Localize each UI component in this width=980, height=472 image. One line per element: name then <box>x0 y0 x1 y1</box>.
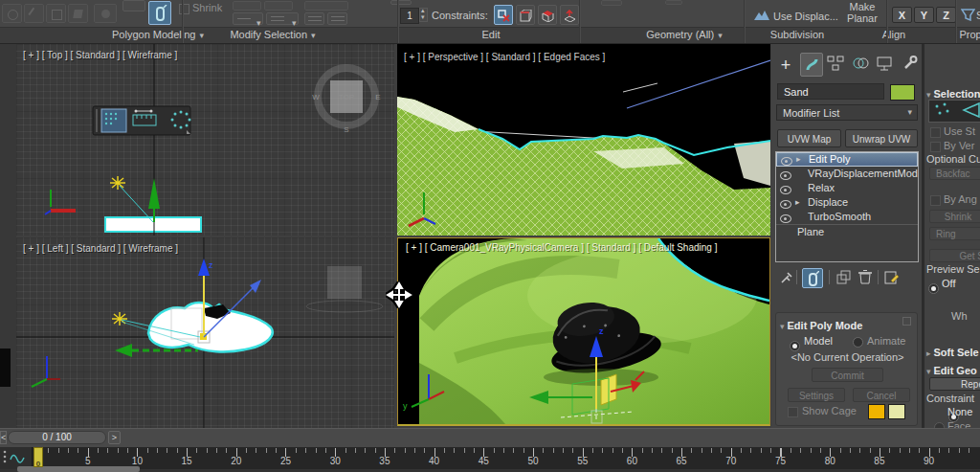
viewport-camera[interactable]: z y [ + ] [ Camera001_VRayPhysicalCamera… <box>397 237 770 426</box>
loop-button[interactable] <box>233 12 263 25</box>
frame-marker[interactable]: 0 <box>33 447 43 467</box>
expand-arrow-icon[interactable] <box>795 194 800 210</box>
utilities-tab-icon[interactable] <box>902 55 921 76</box>
commit-button[interactable]: Commit <box>812 368 883 382</box>
by-angle-checkbox[interactable] <box>930 195 941 206</box>
animate-radio[interactable] <box>853 337 863 348</box>
vertex-mode-button[interactable] <box>2 4 22 23</box>
toolbar-button[interactable] <box>304 1 348 11</box>
constraint-edge-button[interactable] <box>516 5 535 25</box>
visibility-eye-icon[interactable] <box>781 157 792 166</box>
iterations-spinner[interactable]: 1 <box>400 8 419 24</box>
tab-subdivision[interactable]: Subdivision <box>770 29 824 40</box>
properties-label[interactable]: S <box>976 10 980 21</box>
model-label[interactable]: Model <box>804 335 833 347</box>
viewport-left-label[interactable]: [ + ] [ Left ] [ Standard ] [ Wireframe … <box>23 243 178 254</box>
edit-poly-mode-header[interactable]: Edit Poly Mode <box>780 316 862 333</box>
configure-modifier-sets-icon[interactable] <box>884 270 901 285</box>
prev-frame-button[interactable]: < <box>0 431 7 444</box>
toolbar-button[interactable] <box>665 0 682 5</box>
viewcube-letter-s[interactable]: S <box>344 125 348 134</box>
constraint-face-button[interactable] <box>538 5 557 25</box>
use-displacement-label[interactable]: Use Displac... <box>773 11 838 22</box>
hierarchy-tab-icon[interactable] <box>827 55 848 76</box>
cage-color-swatch-2[interactable] <box>888 404 905 419</box>
viewport-perspective[interactable]: [ + ] [ Perspective ] [ Standard ] [ Edg… <box>397 44 770 236</box>
toolbar-button[interactable] <box>122 0 145 11</box>
left-strip-handle[interactable] <box>0 348 11 387</box>
constraint-normal-button[interactable] <box>560 5 579 25</box>
visibility-eye-icon[interactable] <box>780 214 791 223</box>
modifier-list-dropdown[interactable]: Modifier List ▾ <box>776 104 918 121</box>
visibility-eye-icon[interactable] <box>780 186 791 194</box>
trackbar[interactable]: 051015202530354045505560657075808590 0 <box>0 447 980 469</box>
align-y-button[interactable]: Y <box>914 7 934 23</box>
tab-polygon-modeling[interactable]: Polygon Modeling <box>112 29 204 40</box>
modify-tab-icon[interactable] <box>800 53 823 77</box>
visibility-eye-icon[interactable] <box>780 171 791 180</box>
use-stack-checkbox[interactable] <box>930 127 941 138</box>
show-end-result-button[interactable] <box>802 268 823 288</box>
cage-color-swatch-1[interactable] <box>868 404 885 419</box>
unwrap-uvw-button[interactable]: Unwrap UVW <box>845 129 918 147</box>
toolbar-button[interactable] <box>601 0 622 6</box>
toolbar-button[interactable] <box>327 12 347 25</box>
viewport-left[interactable]: z [ + ] [ Left ] [ Standard ] [ Wirefram… <box>16 237 394 428</box>
stack-item-displace[interactable]: Displace <box>776 195 918 210</box>
cancel-button[interactable]: Cancel <box>853 388 910 402</box>
object-name-field[interactable]: Sand <box>777 83 884 100</box>
time-slider[interactable]: 0 / 100 <box>8 431 106 444</box>
make-unique-icon[interactable] <box>836 270 852 285</box>
viewport-camera-label[interactable]: [ + ] [ Camera001_VRayPhysicalCamera ] [… <box>406 242 717 253</box>
toolbar-button[interactable] <box>264 1 293 11</box>
edge-mode-button[interactable] <box>24 4 44 23</box>
stack-item-relax[interactable]: Relax <box>776 181 918 195</box>
constraint-none-button[interactable] <box>494 5 513 25</box>
backfacing-button[interactable]: Backfac <box>929 167 980 180</box>
tab-modify-selection[interactable]: Modify Selection <box>230 29 315 40</box>
ring-button[interactable] <box>266 12 299 25</box>
uvw-map-button[interactable]: UVW Map <box>777 129 841 147</box>
by-vertex-checkbox[interactable] <box>930 142 941 152</box>
make-planar-button[interactable]: Make Planar <box>840 1 884 24</box>
settings-button[interactable]: Settings <box>788 388 845 402</box>
stack-item-edit-poly[interactable]: Edit Poly <box>776 152 918 167</box>
model-radio[interactable] <box>790 341 800 351</box>
align-z-button[interactable]: Z <box>936 7 956 23</box>
stack-item-turbosmooth[interactable]: TurboSmooth <box>776 210 918 224</box>
element-mode-button[interactable] <box>94 4 117 23</box>
ring-button[interactable]: Ring <box>929 227 980 240</box>
toolbar-button[interactable] <box>304 12 324 25</box>
remove-modifier-icon[interactable] <box>858 269 873 285</box>
expand-arrow-icon[interactable] <box>796 152 801 166</box>
create-tab-icon[interactable]: + <box>775 55 796 76</box>
animate-label[interactable]: Animate <box>867 335 905 347</box>
viewport-top-label[interactable]: [ + ] [ Top ] [ Standard ] [ Wireframe ] <box>23 50 177 60</box>
soft-selection-rollout-header[interactable]: Soft Sele <box>926 343 979 360</box>
spinner-arrows[interactable]: ▴ ▾ <box>419 8 428 22</box>
get-stack-selection-button[interactable]: Get S <box>929 249 980 262</box>
tab-properties[interactable]: Prop <box>959 29 980 40</box>
tab-edit[interactable]: Edit <box>482 29 501 40</box>
tab-geometry-all[interactable]: Geometry (All) <box>646 29 722 40</box>
toolbar-button[interactable] <box>390 0 412 5</box>
visibility-eye-icon[interactable] <box>780 200 791 209</box>
viewcube-face-label[interactable]: TOP <box>339 93 354 101</box>
motion-tab-icon[interactable] <box>852 55 873 76</box>
stack-item-plane[interactable]: Plane <box>776 224 918 239</box>
object-color-swatch[interactable] <box>890 84 915 101</box>
align-x-button[interactable]: X <box>892 7 912 23</box>
border-mode-button[interactable] <box>46 4 66 23</box>
toolbar-button[interactable] <box>233 1 261 11</box>
preview-off-radio[interactable] <box>928 283 939 294</box>
rollout-pin-icon[interactable] <box>902 317 911 326</box>
viewport-top[interactable]: E W S TOP [ + ] [ Top ] [ Standard ] [ W… <box>16 44 394 236</box>
shrink-button[interactable]: Shrink <box>929 210 980 223</box>
edit-geometry-rollout-header[interactable]: Edit Geo <box>926 361 977 378</box>
show-cage-checkbox[interactable] <box>788 407 798 417</box>
stack-item-vraydisplacementmod[interactable]: VRayDisplacementMod <box>776 167 918 181</box>
viewcube-letter-e[interactable]: E <box>375 93 380 101</box>
edit-poly-mode-toggle[interactable] <box>148 1 171 25</box>
subobject-icon-row[interactable] <box>928 100 980 123</box>
polygon-mode-button[interactable] <box>68 4 88 23</box>
